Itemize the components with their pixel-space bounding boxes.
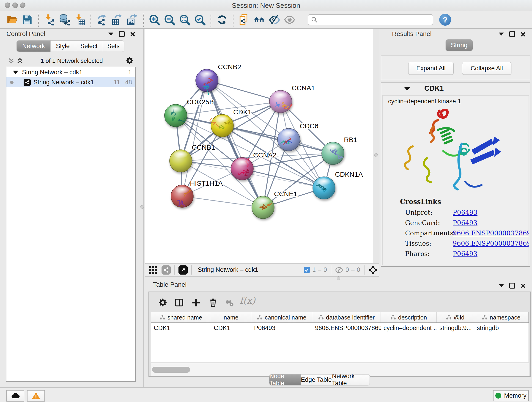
table-row[interactable]: CDK1CDK1P064939606.ENSP00000378699cyclin…	[151, 323, 529, 333]
table-cell[interactable]: CDK1	[211, 323, 251, 333]
right-splitter-handle[interactable]	[374, 153, 378, 157]
left-splitter-handle[interactable]	[140, 205, 144, 209]
maximize-panel-icon[interactable]	[509, 31, 515, 37]
import-table-icon	[74, 14, 85, 26]
network-node-ccne1[interactable]	[252, 196, 274, 219]
show-columns-button[interactable]	[172, 296, 186, 309]
float-panel-icon[interactable]	[499, 32, 504, 36]
zoom-selected-button[interactable]	[193, 13, 206, 27]
network-node-cdc6[interactable]	[278, 128, 300, 151]
crosshair-icon[interactable]	[368, 265, 378, 275]
table-cell[interactable]: stringdb:9...	[437, 323, 474, 333]
warnings-button[interactable]	[27, 390, 45, 402]
export-network-button[interactable]	[95, 13, 108, 27]
network-node-cdkn1a[interactable]	[313, 177, 335, 199]
tab-network-table[interactable]: Network Table	[332, 375, 370, 385]
tab-style[interactable]: Style	[51, 41, 75, 51]
export-table-button[interactable]	[111, 13, 123, 27]
create-column-button[interactable]	[189, 296, 203, 309]
float-panel-icon[interactable]	[108, 32, 114, 36]
table-settings-button[interactable]	[156, 296, 170, 309]
close-panel-icon[interactable]	[520, 32, 526, 37]
scrollbar-thumb[interactable]	[152, 367, 190, 373]
maximize-panel-icon[interactable]	[509, 283, 515, 288]
tab-network[interactable]: Network	[17, 41, 51, 51]
global-search-field[interactable]	[308, 14, 433, 25]
cloud-status-button[interactable]	[6, 390, 24, 402]
show-hidden-button[interactable]	[283, 13, 296, 27]
zoom-out-button[interactable]	[163, 13, 176, 27]
function-builder-button[interactable]: f(x)	[240, 295, 255, 306]
open-external-button[interactable]	[178, 265, 188, 274]
network-row[interactable]: String Network – cdk1 11 48	[6, 77, 135, 87]
expand-all-icon[interactable]	[17, 57, 23, 64]
collapse-all-button[interactable]: Collapse All	[462, 62, 511, 75]
network-node-ccna2[interactable]	[231, 157, 253, 180]
network-edge	[182, 80, 207, 196]
selected-indicator-checkbox[interactable]	[304, 267, 310, 273]
help-button[interactable]: ?	[439, 14, 451, 26]
delete-table-button[interactable]	[223, 296, 236, 309]
string-view-icon[interactable]	[162, 265, 171, 274]
column-header-name[interactable]: name	[211, 313, 251, 322]
crosslink-link[interactable]: 9606.ENSP00000378699	[453, 230, 529, 236]
table-cell[interactable]: P06493	[251, 323, 312, 333]
delete-column-button[interactable]	[206, 296, 220, 309]
column-header-shared-name[interactable]: shared name	[151, 313, 211, 322]
string-query-button[interactable]	[253, 13, 266, 27]
crosslink-link[interactable]: 9606.ENSP00000378699	[453, 240, 529, 247]
import-network-from-database-button[interactable]	[58, 13, 71, 27]
network-node-ccnb1[interactable]	[170, 150, 192, 172]
tab-node-table[interactable]: Node Table	[269, 375, 301, 385]
crosslink-link[interactable]: P06493	[453, 219, 477, 226]
maximize-panel-icon[interactable]	[119, 31, 125, 37]
column-header-description[interactable]: description	[381, 313, 437, 322]
tab-string[interactable]: String	[446, 39, 473, 51]
network-canvas[interactable]: CCNB2CCNA1CDC25BCDK1CDC6RB1CCNB1CCNA2CDK…	[145, 29, 373, 263]
right-splitter[interactable]	[373, 29, 379, 277]
table-cell[interactable]: cyclin–dependent ...	[381, 323, 437, 333]
zoom-in-button[interactable]	[148, 13, 161, 27]
node-table[interactable]: shared namenamecanonical namedatabase id…	[151, 312, 529, 362]
hide-selected-button[interactable]	[268, 13, 281, 27]
save-session-button[interactable]	[21, 13, 34, 27]
float-panel-icon[interactable]	[499, 284, 504, 287]
apply-layout-button[interactable]	[215, 13, 228, 27]
network-node-rb1[interactable]	[322, 142, 344, 165]
network-node-cdc25b[interactable]	[165, 104, 187, 127]
import-table-from-file-button[interactable]	[73, 13, 86, 27]
gear-icon[interactable]	[126, 56, 134, 65]
collapse-gene-icon[interactable]	[404, 87, 410, 90]
network-node-hist1h1a[interactable]	[171, 185, 193, 207]
tab-sets[interactable]: Sets	[103, 41, 124, 51]
table-cell[interactable]: 9606.ENSP00000378699	[312, 323, 381, 333]
open-session-button[interactable]	[6, 13, 19, 27]
tab-select[interactable]: Select	[75, 41, 103, 51]
column-header-namespace[interactable]: namespace	[474, 313, 529, 322]
export-image-button[interactable]	[126, 13, 139, 27]
close-panel-icon[interactable]	[520, 283, 526, 288]
new-network-from-selection-button[interactable]	[238, 13, 251, 27]
column-header-canonical-name[interactable]: canonical name	[251, 313, 312, 322]
network-node-ccna1[interactable]	[269, 90, 292, 113]
table-cell[interactable]: stringdb	[474, 323, 529, 333]
tab-edge-table[interactable]: Edge Table	[301, 375, 332, 385]
bottom-splitter-handle[interactable]	[337, 276, 340, 280]
network-collection-row[interactable]: String Network – cdk1 1	[6, 67, 135, 77]
memory-button[interactable]: Memory	[493, 390, 529, 401]
network-node-ccnb2[interactable]	[196, 69, 218, 95]
expand-all-button[interactable]: Expand All	[408, 62, 454, 75]
zoom-fit-button[interactable]	[178, 13, 191, 27]
import-network-from-file-button[interactable]	[43, 13, 56, 27]
collection-expand-icon[interactable]	[13, 70, 18, 74]
search-input[interactable]	[318, 15, 433, 25]
close-panel-icon[interactable]	[130, 32, 135, 37]
crosslink-link[interactable]: P06493	[453, 209, 477, 216]
collapse-all-icon[interactable]	[8, 57, 15, 64]
table-cell[interactable]: CDK1	[151, 323, 211, 333]
gene-section-header[interactable]: CDK1	[381, 83, 530, 95]
crosslink-link[interactable]: P06493	[453, 250, 477, 257]
grid-view-button[interactable]	[148, 263, 158, 277]
column-header-database-identifier[interactable]: database identifier	[312, 313, 381, 322]
column-header--id[interactable]: @id	[437, 313, 474, 322]
